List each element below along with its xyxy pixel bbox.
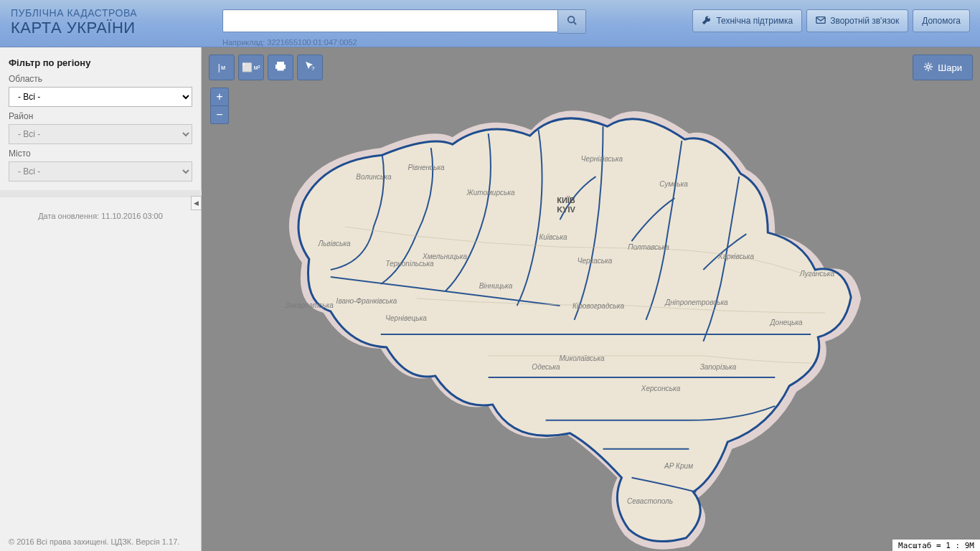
sidebar-scrollbar[interactable]	[0, 190, 209, 197]
sidebar-collapse-button[interactable]: ◀	[191, 196, 202, 210]
header-actions: Технічна підтримка Зворотній зв'язок Доп…	[692, 0, 980, 32]
scale-readout: Масштаб = 1 : 9M	[892, 539, 980, 551]
help-button[interactable]: Допомога	[913, 9, 970, 32]
logo-line1: ПУБЛІЧНА КАДАСТРОВА	[11, 7, 212, 19]
svg-text:?: ?	[311, 65, 315, 72]
measure-length-button[interactable]: |м	[209, 55, 235, 80]
chevron-left-icon: ◀	[194, 199, 199, 207]
zoom-control: + −	[210, 88, 229, 124]
feedback-label: Зворотній зв'язок	[830, 16, 899, 26]
map-canvas[interactable]: ВолинськаРівненськаЖитомирськаКИЇВKYIVЧе…	[202, 47, 980, 551]
svg-line-1	[574, 22, 577, 25]
svg-rect-2	[816, 17, 825, 23]
search-area: Наприклад: 3221655100:01:047:0052	[222, 0, 586, 47]
support-button[interactable]: Технічна підтримка	[692, 9, 802, 32]
print-icon	[275, 60, 286, 75]
support-label: Технічна підтримка	[716, 16, 793, 26]
svg-point-0	[568, 17, 575, 23]
search-input[interactable]	[222, 9, 558, 32]
gear-icon	[923, 62, 933, 74]
identify-button[interactable]: ?	[297, 55, 323, 80]
sidebar: Фільтр по регіону Область - Всі - Район …	[0, 47, 202, 551]
city-label: Місто	[9, 149, 192, 159]
layers-label: Шари	[938, 62, 962, 73]
copyright: © 2016 Всі права захищені. ЦДЗК. Версія …	[0, 533, 201, 551]
city-select[interactable]: - Всі -	[9, 161, 192, 182]
help-label: Допомога	[922, 16, 961, 26]
print-button[interactable]	[268, 55, 293, 80]
svg-rect-5	[278, 67, 283, 70]
wrench-icon	[702, 15, 712, 27]
search-icon	[567, 15, 577, 28]
mail-icon	[816, 15, 826, 27]
logo: ПУБЛІЧНА КАДАСТРОВА КАРТА УКРАЇНИ	[0, 0, 222, 37]
logo-line2: КАРТА УКРАЇНИ	[11, 19, 212, 37]
oblast-label: Область	[9, 74, 192, 84]
ruler-icon: |	[218, 62, 220, 72]
layers-button[interactable]: Шари	[913, 55, 973, 80]
svg-point-7	[927, 65, 930, 67]
zoom-out-button[interactable]: −	[210, 106, 229, 124]
search-example: Наприклад: 3221655100:01:047:0052	[222, 38, 586, 47]
raion-label: Район	[9, 111, 192, 121]
zoom-in-button[interactable]: +	[210, 88, 229, 106]
search-button[interactable]	[558, 9, 586, 34]
oblast-select[interactable]: - Всі -	[9, 87, 192, 107]
feedback-button[interactable]: Зворотній зв'язок	[806, 9, 908, 32]
filter-title: Фільтр по регіону	[9, 57, 192, 68]
header: ПУБЛІЧНА КАДАСТРОВА КАРТА УКРАЇНИ Наприк…	[0, 0, 980, 47]
update-timestamp: Дата оновлення: 11.10.2016 03:00	[0, 212, 201, 220]
svg-rect-3	[277, 62, 284, 65]
raion-select[interactable]: - Всі -	[9, 124, 192, 144]
cursor-help-icon: ?	[304, 60, 316, 75]
area-icon: ⬜	[242, 62, 253, 72]
ukraine-map-svg	[202, 47, 980, 551]
map-toolbar: |м ⬜м² ?	[209, 55, 323, 80]
measure-area-button[interactable]: ⬜м²	[238, 55, 264, 80]
